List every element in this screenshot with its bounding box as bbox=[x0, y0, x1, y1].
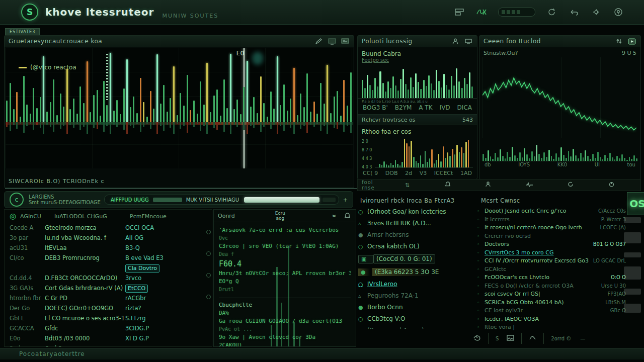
table-row[interactable]: E0oBdt03 /03 0000XI D G.P bbox=[5, 333, 212, 343]
alert-item[interactable]: ◦FECS o Do(I /vclcr & orrcrot O3AUrse U … bbox=[477, 282, 626, 291]
event-item[interactable]: ○(Orhoot Goa/ kon lcctcries bbox=[358, 208, 471, 215]
alert-item[interactable]: ◦It IccrrrrsP. Wcrcr 3 bbox=[477, 216, 626, 224]
console-output[interactable]: 'Arsaovk 7a-co errd :a cus VccrcrbosOvcC… bbox=[214, 222, 356, 347]
location-pin-icon[interactable] bbox=[613, 8, 624, 17]
wave-bar bbox=[167, 112, 168, 122]
sort-icon[interactable]: ≍ bbox=[330, 212, 339, 219]
status-chip[interactable]: Cla Dovtro bbox=[125, 264, 159, 273]
undo-arrow-icon[interactable] bbox=[569, 8, 580, 17]
alert-item[interactable]: ◦FcOOOcar's ccs LhvtcloO:O O bbox=[477, 274, 626, 282]
table-col-1[interactable]: AGInCU bbox=[20, 213, 54, 220]
app-logo[interactable]: S bbox=[21, 4, 38, 21]
table-row[interactable]: CI/coDEB3 PromrucnrogB eve Vad E3 bbox=[5, 253, 212, 263]
person-icon[interactable] bbox=[486, 182, 491, 189]
table-row[interactable]: htrorbn fbrC Gr PDrACGbr bbox=[5, 293, 212, 303]
monitor-icon[interactable] bbox=[464, 38, 473, 45]
event-item[interactable]: ●Arnsr hcbrsns bbox=[358, 231, 471, 238]
alert-item[interactable]: ◦CCI IV /Orcrr rrotvrurrotv Excrscd Go3L… bbox=[477, 257, 626, 265]
sliders-icon[interactable]: ⇅ bbox=[405, 182, 410, 189]
event-item[interactable]: ●Borbo Ocnn bbox=[358, 304, 471, 311]
refresh-icon[interactable] bbox=[546, 8, 557, 17]
table-row[interactable]: 3o parIu.nd vba Wcoodna. fAII OG bbox=[5, 233, 212, 243]
event-item[interactable]: ▵3rvos ItcIILIUK (A.D... bbox=[358, 220, 471, 227]
alert-item[interactable]: ◦Dooot) Jcsnd ocrlc Cnrc g/'rcoC/Accz C0… bbox=[477, 207, 626, 216]
image-icon[interactable] bbox=[507, 335, 514, 342]
event-item[interactable]: ○CCb3tcg V:O bbox=[358, 315, 471, 322]
alert-item[interactable]: ◦CVrrsrtOcs 3 mo coro CG bbox=[477, 249, 626, 257]
proc-chart2-title: Rthoo foa er cos bbox=[358, 125, 477, 135]
smudge-icon[interactable] bbox=[529, 335, 536, 342]
table-row[interactable]: 3G GA)sCort Gdas brhrdraon-rV (A)EtCCO bbox=[5, 283, 212, 293]
session-progress-bar[interactable]: AIFFPUD UUGG MUK VITSII SVIHIAGU bbox=[104, 195, 339, 205]
monitor-icon[interactable] bbox=[328, 38, 337, 45]
network-bar-chart[interactable] bbox=[482, 138, 637, 161]
table-row[interactable]: acU31ItEVLaaB3-Q bbox=[5, 243, 212, 253]
events-list-title: Iviroruerl rbck Iroca Ba FtcrA3 bbox=[360, 197, 455, 204]
event-item[interactable]: ○IVrslLeroo bbox=[358, 281, 471, 288]
table-col-2[interactable]: IuATLODOL CHGuG bbox=[54, 213, 130, 220]
proc1-xlabel: BOG3 B' bbox=[363, 104, 388, 111]
bell-icon[interactable] bbox=[343, 212, 352, 219]
table-row[interactable]: GCACCAGfdc3CIDG.P bbox=[5, 323, 212, 333]
os-badge[interactable]: OS bbox=[627, 192, 644, 215]
alert-item[interactable]: ◦CE Iost oylv3rGBc O bbox=[477, 307, 626, 315]
wave-bar-neg bbox=[220, 122, 221, 124]
progress-add-button[interactable]: + bbox=[343, 197, 348, 203]
alert-item[interactable]: ◦Iccdcr, IAEOC VO3A bbox=[477, 315, 626, 324]
alert-item[interactable]: ◦GCAIctc bbox=[477, 265, 626, 274]
footer-s-label[interactable]: S bbox=[496, 336, 499, 341]
signature-icon[interactable] bbox=[476, 8, 487, 17]
play-button-icon[interactable] bbox=[627, 38, 636, 45]
alert-item[interactable]: ◦Crcrcrr rvo ocrsd bbox=[477, 232, 626, 241]
wave-bar bbox=[213, 96, 215, 122]
table-scrollbar[interactable] bbox=[206, 230, 210, 340]
person-icon[interactable] bbox=[451, 38, 460, 45]
proc1-bar bbox=[428, 75, 430, 98]
grid-label-icon[interactable] bbox=[454, 8, 465, 17]
alert-item[interactable]: ◦Ittoc vora | bbox=[477, 323, 626, 331]
hand-icon[interactable] bbox=[473, 334, 481, 343]
session-icon[interactable]: c bbox=[10, 193, 24, 207]
event-item[interactable]: ○Ocrsa kabtch OL) bbox=[358, 243, 471, 250]
network-line-chart[interactable] bbox=[482, 57, 637, 138]
net-bar bbox=[492, 159, 494, 161]
table-row[interactable]: Cocde AGteelrodo morzcaOCCI OCA bbox=[5, 223, 212, 233]
footer-brand-label: 2orrd © bbox=[551, 336, 571, 341]
event-item[interactable]: ●(E3ka 66223 5 3O 3E bbox=[358, 268, 471, 276]
proc2-bar bbox=[388, 165, 389, 167]
table-cell-name: Der Go bbox=[5, 303, 45, 313]
power-icon[interactable] bbox=[609, 182, 614, 189]
proc2-xlabel: 1AD bbox=[460, 170, 472, 176]
table-row[interactable]: 3o koaOcrl 3 bbox=[5, 343, 212, 347]
monitor-alt-icon[interactable] bbox=[341, 38, 350, 45]
waveform-chart[interactable]: E0 (@vtco reactoa bbox=[6, 48, 353, 168]
proc2-bar bbox=[434, 163, 435, 167]
wave-bar bbox=[226, 108, 228, 122]
event-item[interactable]: ▵(Pvrssc ccd Arnrrc) bbox=[358, 327, 471, 329]
table-row[interactable]: GbFLEl CO mcuroe o ses acro3-1S.LTzrg bbox=[5, 313, 212, 323]
event-item[interactable]: ▣(CocCd 0. 0 G: 01) bbox=[358, 254, 471, 263]
wave-bar-neg bbox=[183, 122, 185, 126]
proc-chart2-bars[interactable] bbox=[375, 137, 473, 168]
event-item[interactable]: ▵Peguroohs 72A-1 bbox=[358, 292, 471, 299]
alert-item[interactable]: ◦It rcoscu/nl ccrtcrA rooce Ogo IvcrhLCO… bbox=[477, 224, 626, 232]
table-cell-name: GbFL bbox=[5, 313, 45, 323]
proc-chart1-bars[interactable] bbox=[358, 65, 477, 99]
sort-arrows-icon[interactable] bbox=[614, 38, 623, 45]
table-row[interactable]: Cd.dd.4D.FB3Ct ORCOOCCArDO)3rvco bbox=[5, 273, 212, 283]
pencil-icon[interactable] bbox=[314, 38, 324, 45]
alert-item-label: Iccdcr, IAEOC VO3A bbox=[485, 315, 593, 324]
estimate-badge[interactable]: ESTIVATE3 bbox=[5, 28, 40, 36]
status-chip[interactable]: EtCCO bbox=[125, 285, 148, 293]
table-col-3[interactable]: PcmFMncoue bbox=[130, 213, 212, 220]
alert-item[interactable]: ◦scoi csvcv Qr rrl GS|FP3(AO bbox=[477, 290, 626, 299]
gear-icon[interactable] bbox=[591, 8, 602, 17]
bell-icon[interactable] bbox=[445, 182, 450, 189]
alert-item[interactable]: ◦SCRICa bCG Obto 40614 bA)LBtSh.M bbox=[477, 299, 626, 307]
table-row[interactable]: Cla Dovtro bbox=[5, 263, 212, 273]
refresh-icon[interactable] bbox=[568, 182, 574, 189]
pulse-icon[interactable] bbox=[526, 182, 533, 189]
alert-item[interactable]: ◦DoctvorsB01 G O O37 bbox=[477, 240, 626, 249]
table-row[interactable]: Der GoDOEEC) GOrr0+OO9GOrizta? bbox=[5, 303, 212, 313]
net-bar bbox=[563, 155, 565, 161]
